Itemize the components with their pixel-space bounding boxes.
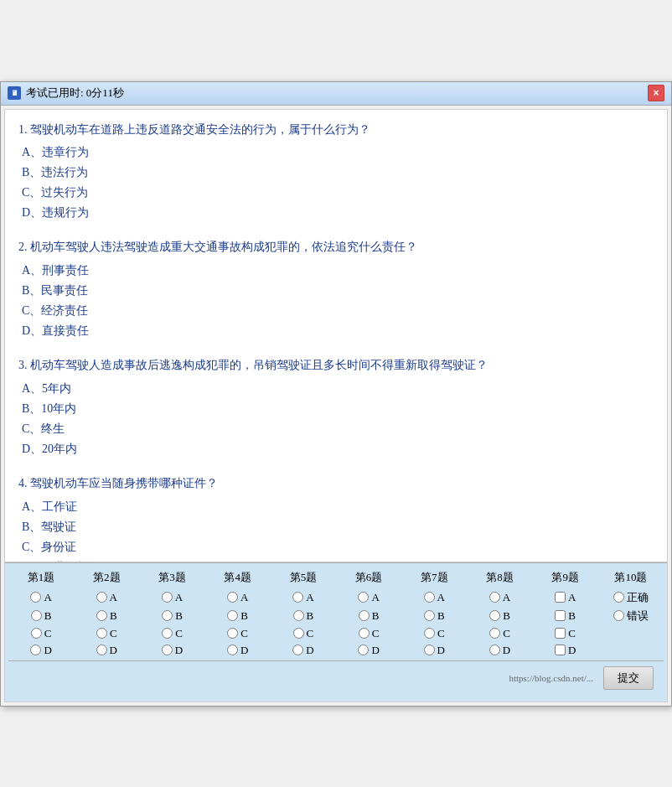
q4-optB: B、驾驶证 (18, 517, 654, 537)
q3-radio-d[interactable] (162, 645, 173, 655)
q3-optD: D、20年内 (18, 439, 654, 459)
q1-optB: B、违法行为 (18, 163, 654, 183)
q8-c: C (467, 627, 532, 640)
q5-radio-c[interactable] (293, 628, 304, 639)
q8-radio-b[interactable] (489, 610, 500, 621)
q6-radio-c[interactable] (359, 628, 370, 639)
q4-radio-a[interactable] (227, 592, 238, 603)
grid-header-row: 第1题 第2题 第3题 第4题 第5题 第6题 第7题 第8题 第9题 第10题 (8, 570, 664, 585)
q1-radio-b[interactable] (31, 610, 42, 621)
header-q8: 第8题 (467, 570, 532, 585)
q1-radio-c[interactable] (31, 628, 42, 639)
q1-optD: D、违规行为 (18, 203, 654, 223)
q8-a: A (467, 591, 532, 604)
header-q4: 第4题 (205, 570, 271, 585)
q3-optA: A、5年内 (18, 379, 654, 399)
q3-radio-c[interactable] (162, 628, 173, 639)
q7-radio-d[interactable] (424, 645, 435, 655)
q2-radio-b[interactable] (96, 610, 107, 621)
question-scroll[interactable]: 1. 驾驶机动车在道路上违反道路交通安全法的行为，属于什么行为？ A、违章行为 … (5, 110, 667, 562)
q8-radio-a[interactable] (489, 592, 500, 603)
q9-d: D (533, 644, 598, 657)
q8-b: B (467, 609, 532, 623)
q2-optD: D、直接责任 (18, 321, 654, 341)
question-2: 2. 机动车驾驶人违法驾驶造成重大交通事故构成犯罪的，依法追究什么责任？ A、刑… (18, 237, 654, 340)
close-button[interactable]: × (648, 85, 664, 101)
q1-radio-a[interactable] (30, 592, 41, 603)
q3-a: A (139, 591, 204, 604)
title-bar-left: 🖥 考试已用时: 0分11秒 (8, 85, 124, 101)
q10-radio-wrong[interactable] (613, 610, 624, 621)
q7-radio-a[interactable] (424, 592, 435, 603)
q10-wrong: 错误 (598, 608, 664, 624)
q7-radio-b[interactable] (424, 610, 435, 621)
grid-row-c: C C C C C C C C C (8, 627, 664, 640)
q3-optC: C、终生 (18, 419, 654, 439)
q6-a: A (336, 591, 401, 604)
q4-text: 4. 驾驶机动车应当随身携带哪种证件？ (18, 474, 654, 494)
header-q9: 第9题 (533, 570, 598, 585)
q2-radio-c[interactable] (96, 628, 107, 639)
exam-window: 🖥 考试已用时: 0分11秒 × 1. 驾驶机动车在道路上违反道路交通安全法的行… (0, 81, 672, 707)
content-area: 1. 驾驶机动车在道路上违反道路交通安全法的行为，属于什么行为？ A、违章行为 … (4, 109, 668, 702)
q4-a: A (205, 591, 271, 604)
q2-c: C (74, 627, 139, 640)
header-q6: 第6题 (336, 570, 401, 585)
q7-a: A (401, 591, 467, 604)
header-q10: 第10题 (598, 570, 664, 585)
q9-a: A (533, 591, 598, 604)
q4-radio-c[interactable] (227, 628, 238, 639)
q2-optA: A、刑事责任 (18, 261, 654, 281)
watermark-text: https://blog.csdn.net/... (509, 673, 593, 683)
q6-radio-a[interactable] (358, 592, 369, 603)
q2-radio-d[interactable] (96, 645, 107, 655)
q5-d: D (271, 644, 336, 657)
q7-d: D (401, 644, 467, 657)
q6-radio-b[interactable] (359, 610, 370, 621)
q1-text: 1. 驾驶机动车在道路上违反道路交通安全法的行为，属于什么行为？ (18, 120, 654, 140)
q3-text: 3. 机动车驾驶人造成事故后逃逸构成犯罪的，吊销驾驶证且多长时间不得重新取得驾驶… (18, 355, 654, 375)
q2-optB: B、民事责任 (18, 281, 654, 301)
grid-row-a: A A A A A A A A A 正确 (8, 590, 664, 605)
q6-radio-d[interactable] (358, 645, 369, 655)
q4-radio-d[interactable] (227, 645, 238, 655)
title-bar: 🖥 考试已用时: 0分11秒 × (1, 82, 671, 106)
q8-radio-d[interactable] (489, 645, 500, 655)
q3-optB: B、10年内 (18, 399, 654, 419)
submit-button[interactable]: 提交 (603, 666, 654, 690)
q1-radio-d[interactable] (30, 645, 41, 655)
q6-b: B (336, 609, 401, 623)
q1-d: D (8, 644, 74, 657)
q6-c: C (336, 627, 401, 640)
q2-b: B (74, 609, 139, 623)
header-q1: 第1题 (8, 570, 74, 585)
q4-optA: A、工作证 (18, 497, 654, 517)
q2-radio-a[interactable] (96, 592, 107, 603)
q8-radio-c[interactable] (489, 628, 500, 639)
q1-b: B (8, 609, 74, 623)
q4-radio-b[interactable] (227, 610, 238, 621)
q7-radio-c[interactable] (424, 628, 435, 639)
q8-d: D (467, 644, 532, 657)
header-q3: 第3题 (139, 570, 204, 585)
q5-radio-d[interactable] (292, 645, 303, 655)
grid-row-b: B B B B B B B B B 错误 (8, 608, 664, 624)
q3-radio-b[interactable] (162, 610, 173, 621)
q3-radio-a[interactable] (162, 592, 173, 603)
q9-checkbox-d[interactable] (555, 645, 566, 655)
q1-a: A (8, 591, 74, 604)
q9-checkbox-b[interactable] (555, 610, 566, 621)
question-4: 4. 驾驶机动车应当随身携带哪种证件？ A、工作证 B、驾驶证 C、身份证 D、… (18, 474, 654, 562)
q4-optC: C、身份证 (18, 537, 654, 557)
q2-optC: C、经济责任 (18, 301, 654, 321)
q9-checkbox-c[interactable] (555, 628, 566, 639)
q9-checkbox-a[interactable] (555, 592, 566, 603)
q10-radio-correct[interactable] (613, 592, 624, 603)
q6-d: D (336, 644, 401, 657)
q5-radio-a[interactable] (292, 592, 303, 603)
q3-c: C (139, 627, 204, 640)
monitor-icon: 🖥 (8, 86, 21, 100)
q5-radio-b[interactable] (293, 610, 304, 621)
header-q7: 第7题 (401, 570, 467, 585)
header-q2: 第2题 (74, 570, 139, 585)
